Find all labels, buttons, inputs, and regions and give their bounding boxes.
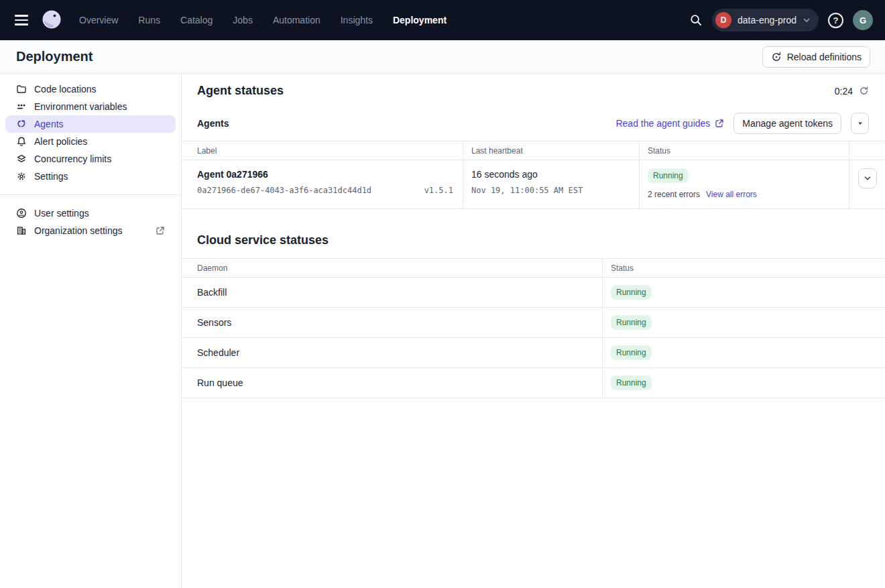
daemon-row-backfill: Backfill Running: [182, 278, 885, 308]
read-agent-guides-label: Read the agent guides: [615, 118, 710, 129]
main-content: Agent statuses 0:24 Agents Read the agen…: [182, 74, 885, 588]
sidebar-item-settings[interactable]: Settings: [5, 168, 176, 185]
sidebar-item-label: Agents: [34, 119, 64, 129]
read-agent-guides-link[interactable]: Read the agent guides: [615, 118, 724, 129]
daemon-name: Scheduler: [182, 338, 603, 367]
sidebar-item-label: Environment variables: [34, 101, 127, 112]
sidebar-item-label: Settings: [34, 171, 68, 182]
help-icon[interactable]: ?: [828, 13, 843, 28]
column-header-status: Status: [640, 141, 849, 160]
folder-icon: [16, 84, 27, 95]
deployment-initial-badge: D: [715, 12, 731, 28]
refresh-countdown: 0:24: [835, 86, 869, 97]
nav-catalog[interactable]: Catalog: [180, 15, 213, 25]
status-badge: Running: [611, 375, 652, 390]
agent-icon: [16, 119, 27, 129]
heartbeat-timestamp: Nov 19, 11:00:55 AM EST: [471, 186, 639, 195]
agent-name: Agent 0a271966: [197, 168, 463, 180]
search-icon[interactable]: [689, 13, 703, 27]
daemon-name: Sensors: [182, 308, 603, 337]
agent-id: 0a271966-de67-4043-a3f6-aca31dc44d1d: [197, 186, 371, 195]
gear-icon: [16, 171, 27, 182]
agent-row: Agent 0a271966 0a271966-de67-4043-a3f6-a…: [182, 160, 885, 209]
layers-icon: [16, 154, 27, 164]
manage-agent-tokens-button[interactable]: Manage agent tokens: [733, 113, 841, 134]
agent-version: v1.5.1: [424, 186, 453, 195]
sidebar-item-user-settings[interactable]: User settings: [5, 204, 176, 222]
agent-statuses-title: Agent statuses: [197, 84, 284, 98]
nav-insights[interactable]: Insights: [341, 15, 373, 25]
sidebar-item-label: Concurrency limits: [34, 154, 111, 164]
cloud-service-table: Daemon Status Backfill Running Sensors R…: [182, 258, 885, 398]
reload-definitions-label: Reload definitions: [787, 52, 862, 62]
status-badge: Running: [611, 285, 652, 300]
sidebar-item-alert-policies[interactable]: Alert policies: [5, 133, 176, 150]
nav-automation[interactable]: Automation: [273, 15, 320, 25]
nav-overview[interactable]: Overview: [79, 15, 118, 25]
column-header-actions: [849, 141, 885, 160]
nav-runs[interactable]: Runs: [138, 15, 160, 25]
daemon-row-run-queue: Run queue Running: [182, 368, 885, 398]
daemon-row-sensors: Sensors Running: [182, 308, 885, 338]
env-vars-icon: [16, 101, 27, 112]
nav-deployment[interactable]: Deployment: [393, 15, 447, 25]
hamburger-menu-icon[interactable]: [12, 11, 31, 30]
column-header-label: Label: [182, 141, 463, 160]
octopus-logo-icon: [40, 8, 64, 32]
daemon-name: Backfill: [182, 278, 603, 307]
sidebar-item-label: Code locations: [34, 84, 97, 95]
column-header-status: Status: [603, 259, 885, 278]
agent-row-expand-button[interactable]: [858, 168, 877, 188]
column-header-last-heartbeat: Last heartbeat: [463, 141, 640, 160]
agents-more-actions-button[interactable]: [851, 113, 869, 134]
sidebar-item-concurrency-limits[interactable]: Concurrency limits: [5, 150, 176, 168]
user-avatar[interactable]: G: [853, 10, 873, 30]
deployment-switcher[interactable]: D data-eng-prod: [712, 9, 819, 32]
nav-jobs[interactable]: Jobs: [233, 15, 253, 25]
external-link-icon: [156, 226, 165, 235]
chevron-down-icon: [864, 174, 872, 182]
agents-subheading: Agents: [197, 118, 229, 129]
countdown-value: 0:24: [835, 86, 853, 97]
daemon-name: Run queue: [182, 368, 603, 398]
sidebar-item-organization-settings[interactable]: Organization settings: [5, 222, 176, 239]
sidebar-item-label: User settings: [34, 208, 89, 219]
status-badge: Running: [648, 168, 689, 183]
caret-down-icon: [857, 120, 864, 127]
column-header-daemon: Daemon: [182, 259, 603, 278]
sidebar-divider: [0, 194, 181, 195]
deployment-sidebar: Code locations Environment variables Age…: [0, 74, 182, 588]
refresh-icon[interactable]: [859, 86, 869, 96]
external-link-icon: [715, 119, 724, 128]
view-all-errors-link[interactable]: View all errors: [706, 190, 757, 199]
sidebar-item-code-locations[interactable]: Code locations: [5, 80, 176, 98]
sidebar-item-label: Organization settings: [34, 225, 123, 236]
page-header: Deployment Reload definitions: [0, 40, 885, 74]
primary-nav: Overview Runs Catalog Jobs Automation In…: [79, 15, 447, 25]
bell-icon: [16, 136, 27, 147]
manage-agent-tokens-label: Manage agent tokens: [742, 118, 833, 129]
status-badge: Running: [611, 315, 652, 330]
agents-table: Label Last heartbeat Status Agent 0a2719…: [182, 141, 885, 209]
sidebar-item-label: Alert policies: [34, 136, 87, 147]
reload-definitions-button[interactable]: Reload definitions: [762, 46, 870, 68]
daemon-row-scheduler: Scheduler Running: [182, 338, 885, 368]
sidebar-item-environment-variables[interactable]: Environment variables: [5, 98, 176, 115]
heartbeat-relative: 16 seconds ago: [471, 168, 639, 180]
building-icon: [16, 225, 27, 236]
chevron-down-icon: [803, 16, 811, 24]
recent-errors-count: 2 recent errors: [648, 190, 700, 199]
dagster-logo[interactable]: [39, 7, 64, 33]
sidebar-item-agents[interactable]: Agents: [5, 115, 176, 133]
top-bar: Overview Runs Catalog Jobs Automation In…: [0, 0, 885, 40]
user-circle-icon: [16, 208, 27, 219]
deployment-name: data-eng-prod: [738, 15, 796, 25]
status-badge: Running: [611, 345, 652, 360]
page-title: Deployment: [16, 49, 93, 64]
cloud-service-statuses-title: Cloud service statuses: [197, 233, 329, 247]
reload-icon: [771, 52, 782, 62]
